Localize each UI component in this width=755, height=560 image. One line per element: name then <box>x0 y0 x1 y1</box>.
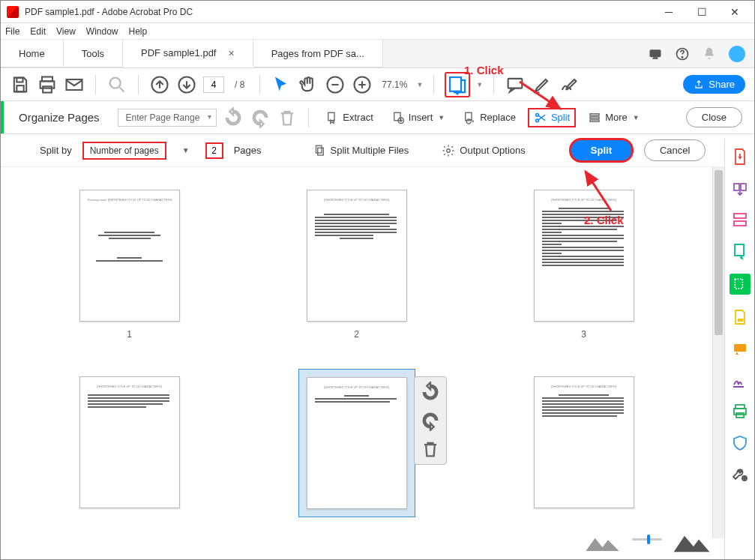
menu-window[interactable]: Window <box>86 26 118 37</box>
scissors-icon <box>534 111 547 124</box>
rotate-ccw-page-icon[interactable] <box>420 382 441 403</box>
prev-page-icon[interactable] <box>149 74 170 95</box>
svg-rect-16 <box>328 112 334 121</box>
svg-rect-14 <box>450 77 461 91</box>
print-icon[interactable] <box>37 74 58 95</box>
rail-comment-icon[interactable] <box>731 242 749 260</box>
thumb-page-3[interactable]: [SHORTENED TITLE UP TO 50 CHARACTERS] 3 <box>534 190 634 369</box>
rail-protect-icon[interactable] <box>731 434 749 452</box>
tab-doc2-label: Pages from PDF sa... <box>271 48 364 59</box>
insert-button[interactable]: Insert▼ <box>385 108 451 127</box>
menu-file[interactable]: File <box>5 26 19 37</box>
user-avatar[interactable] <box>729 46 745 62</box>
rail-print-icon[interactable] <box>731 403 749 421</box>
mail-icon[interactable] <box>64 74 85 95</box>
tab-doc1-close-icon[interactable]: × <box>228 47 234 59</box>
tab-tools[interactable]: Tools <box>64 40 123 67</box>
tab-doc1[interactable]: PDF sample1.pdf × <box>123 40 253 67</box>
svg-rect-25 <box>316 145 322 153</box>
close-window-button[interactable]: ✕ <box>718 1 751 23</box>
svg-rect-32 <box>735 244 744 256</box>
comment-icon[interactable] <box>505 74 526 95</box>
more-icon <box>588 111 601 124</box>
output-options-button[interactable]: Output Options <box>442 144 525 157</box>
save-icon[interactable] <box>10 74 31 95</box>
help-icon[interactable] <box>675 46 690 61</box>
rail-organize-pages-icon[interactable] <box>730 274 751 295</box>
vertical-scrollbar[interactable] <box>712 167 724 538</box>
delete-icon[interactable] <box>277 107 298 128</box>
search-icon[interactable] <box>106 74 127 95</box>
insert-label: Insert <box>409 112 433 123</box>
rotate-ccw-icon[interactable] <box>223 107 244 128</box>
thumb-page-3-number: 3 <box>581 329 586 340</box>
rail-stamp-icon[interactable] <box>731 340 749 358</box>
rail-edit-pdf-icon[interactable] <box>731 211 749 229</box>
next-page-icon[interactable] <box>176 74 197 95</box>
rail-signature-icon[interactable] <box>731 371 749 389</box>
tab-home[interactable]: Home <box>1 40 64 67</box>
maximize-button[interactable]: ☐ <box>685 1 718 23</box>
sign-icon[interactable] <box>559 74 580 95</box>
rotate-cw-page-icon[interactable] <box>420 410 441 431</box>
minimize-button[interactable]: ─ <box>652 1 685 23</box>
svg-rect-34 <box>738 319 743 322</box>
thumb-page-4[interactable]: [SHORTENED TITLE UP TO 50 CHARACTERS] <box>79 376 180 539</box>
thumb-page-5-selected[interactable]: [SHORTENED TITLE UP TO 50 CHARACTERS] <box>306 376 408 539</box>
organize-close-label: Close <box>702 112 727 123</box>
split-by-label: Split by <box>40 145 72 156</box>
thumb-page-1[interactable]: Running head: [SHORTENED TITLE UP TO 50 … <box>79 190 180 369</box>
gear-icon <box>442 144 455 157</box>
page-context-tools <box>414 376 447 465</box>
scrollbar-thumb[interactable] <box>715 170 723 335</box>
svg-rect-35 <box>734 344 746 352</box>
extract-icon <box>325 111 339 124</box>
split-button[interactable]: Split <box>528 108 576 127</box>
rail-create-pdf-icon[interactable] <box>731 179 749 197</box>
thumb-page-2[interactable]: [SHORTENED TITLE UP TO 50 CHARACTERS] 2 <box>307 190 407 369</box>
rail-export-pdf-icon[interactable] <box>731 148 749 166</box>
bell-icon[interactable] <box>702 46 717 61</box>
share-button[interactable]: Share <box>683 75 745 94</box>
page-range-select[interactable]: Enter Page Range <box>118 109 217 127</box>
extract-button[interactable]: Extract <box>319 108 379 127</box>
split-cancel-button[interactable]: Cancel <box>644 139 706 161</box>
zoom-level[interactable]: 77.1% <box>382 79 407 90</box>
organize-pages-icon[interactable] <box>445 72 470 97</box>
output-options-label: Output Options <box>460 145 525 156</box>
menu-edit[interactable]: Edit <box>30 26 46 37</box>
more-button[interactable]: More▼ <box>582 108 646 127</box>
zoom-out-icon[interactable] <box>325 74 346 95</box>
files-icon <box>313 144 326 157</box>
hand-icon[interactable] <box>298 74 319 95</box>
rail-more-tools-icon[interactable] <box>731 466 749 484</box>
svg-rect-0 <box>650 49 661 57</box>
split-confirm-button[interactable]: Split <box>569 138 634 163</box>
tab-doc2[interactable]: Pages from PDF sa... <box>253 40 383 67</box>
split-multi-label: Split Multiple Files <box>331 145 409 156</box>
highlight-icon[interactable] <box>532 74 553 95</box>
organize-pages-bar: Organize Pages Enter Page Range Extract … <box>1 101 754 134</box>
menu-bar: File Edit View Window Help <box>1 23 754 40</box>
delete-page-icon[interactable] <box>420 439 441 460</box>
notification-icon[interactable] <box>648 46 663 61</box>
zoom-in-icon[interactable] <box>352 74 373 95</box>
replace-button[interactable]: Replace <box>457 108 522 127</box>
dropdown-arrow-icon[interactable]: ▼ <box>177 146 195 154</box>
svg-rect-28 <box>734 184 739 190</box>
split-multiple-files-button[interactable]: Split Multiple Files <box>313 144 409 157</box>
organize-close-button[interactable]: Close <box>686 107 742 127</box>
split-method-select[interactable]: Number of pages <box>82 142 166 160</box>
pointer-icon[interactable] <box>271 74 292 95</box>
page-range-label: Enter Page Range <box>126 112 200 123</box>
rotate-cw-icon[interactable] <box>250 107 271 128</box>
thumb-page-6[interactable]: [SHORTENED TITLE UP TO 50 CHARACTERS] <box>534 376 634 539</box>
green-stripe <box>1 101 4 133</box>
menu-view[interactable]: View <box>56 26 76 37</box>
thumbnail-zoom-slider[interactable] <box>580 523 714 556</box>
menu-help[interactable]: Help <box>129 26 148 37</box>
tab-home-label: Home <box>19 48 45 59</box>
page-number-input[interactable] <box>203 76 224 93</box>
split-pages-input[interactable] <box>205 142 223 159</box>
rail-fill-sign-icon[interactable] <box>731 308 749 326</box>
